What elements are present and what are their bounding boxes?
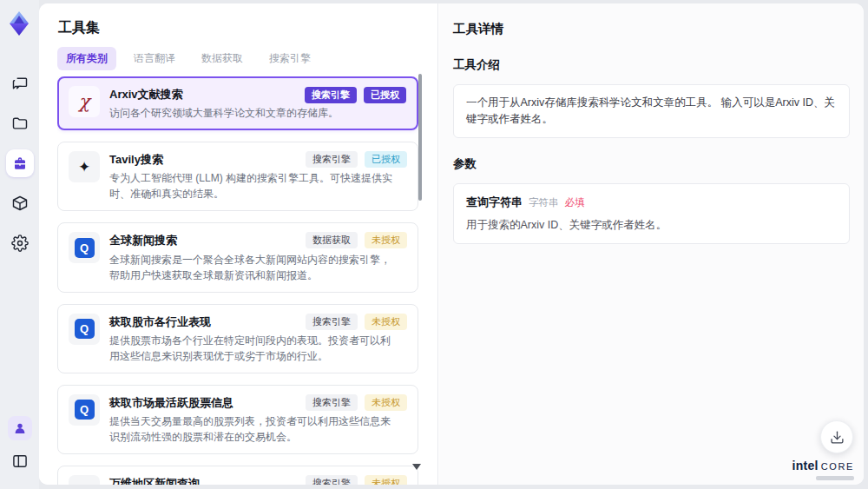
app-window: 工具集 所有类别语言翻译数据获取搜索引擎 χ Arxiv文献搜索 访问各个研究领… xyxy=(0,0,868,489)
page-title: 工具集 xyxy=(58,19,100,37)
news-building-icon xyxy=(69,475,100,485)
param-name: 查询字符串 xyxy=(466,194,523,211)
tool-description: 专为人工智能代理 (LLM) 构建的搜索引擎工具。可快速提供实时、准确和真实的结… xyxy=(109,170,398,202)
auth-status-badge: 已授权 xyxy=(364,87,406,103)
download-icon xyxy=(830,430,845,445)
param-header: 查询字符串 字符串 必填 xyxy=(466,194,837,211)
blue-search-icon: Q xyxy=(69,394,100,426)
intro-heading: 工具介绍 xyxy=(453,57,850,73)
category-badge: 搜索引擎 xyxy=(306,394,358,411)
tool-description: 全球新闻搜索是一个聚合全球各大新闻网站内容的搜索引擎，帮助用户快速获取全球最新资… xyxy=(109,252,398,283)
sidebar xyxy=(0,0,39,489)
tool-card[interactable]: Q 获取股市各行业表现 提供股票市场各个行业在特定时间段内的表现。投资者可以利用… xyxy=(57,304,418,373)
param-required-badge: 必填 xyxy=(565,195,585,210)
category-badge: 搜索引擎 xyxy=(306,151,358,168)
scrollbar-down-arrow-icon[interactable] xyxy=(412,464,421,470)
tool-collection-panel: 工具集 所有类别语言翻译数据获取搜索引擎 χ Arxiv文献搜索 访问各个研究领… xyxy=(39,3,438,485)
category-badge: 搜索引擎 xyxy=(306,475,358,485)
sidebar-item-models[interactable] xyxy=(0,183,39,223)
tool-badges: 搜索引擎 已授权 xyxy=(306,151,407,168)
scrollbar-thumb[interactable] xyxy=(418,74,422,201)
sidebar-item-tools-active[interactable] xyxy=(0,143,39,183)
tool-card[interactable]: Q 全球新闻搜索 全球新闻搜索是一个聚合全球各大新闻网站内容的搜索引擎，帮助用户… xyxy=(57,222,418,292)
tool-list: χ Arxiv文献搜索 访问各个研究领域大量科学论文和文章的存储库。 搜索引擎 … xyxy=(57,76,418,485)
category-tab-2[interactable]: 数据获取 xyxy=(193,47,252,70)
tool-badges: 搜索引擎 未授权 xyxy=(306,475,407,485)
tool-title: 万维地区新闻查询 xyxy=(109,476,339,485)
arxiv-chi-icon: χ xyxy=(69,86,100,117)
tool-description: 访问各个研究领域大量科学论文和文章的存储库。 xyxy=(109,105,339,121)
param-description: 用于搜索的Arxiv ID、关键字或作者姓名。 xyxy=(466,217,837,234)
category-badge: 搜索引擎 xyxy=(306,314,358,330)
tool-badges: 搜索引擎 未授权 xyxy=(306,394,407,411)
auth-status-badge: 已授权 xyxy=(365,151,407,168)
intel-core-logo: intelCORE xyxy=(792,459,854,480)
tool-card[interactable]: Q 获取市场最活跃股票信息 提供当天交易量最高的股票列表，投资者可以利用这些信息… xyxy=(57,385,418,454)
cube-icon xyxy=(11,195,29,212)
detail-title: 工具详情 xyxy=(453,21,850,37)
sparkle-star-icon: ✦ xyxy=(69,151,100,182)
active-item-background xyxy=(6,149,34,177)
tool-card[interactable]: χ Arxiv文献搜索 访问各个研究领域大量科学论文和文章的存储库。 搜索引擎 … xyxy=(57,76,418,130)
sidebar-item-chat[interactable] xyxy=(0,63,39,103)
tool-description: 提供当天交易量最高的股票列表，投资者可以利用这些信息来识别流动性强的股票和潜在的… xyxy=(109,413,398,445)
folder-icon xyxy=(11,115,29,132)
param-box: 查询字符串 字符串 必填 用于搜索的Arxiv ID、关键字或作者姓名。 xyxy=(453,183,850,244)
tool-badges: 搜索引擎 未授权 xyxy=(306,314,407,330)
main-content: 工具集 所有类别语言翻译数据获取搜索引擎 χ Arxiv文献搜索 访问各个研究领… xyxy=(39,3,864,485)
auth-status-badge: 未授权 xyxy=(365,232,407,248)
sidebar-nav xyxy=(0,63,39,263)
sidebar-bottom xyxy=(0,416,39,475)
params-heading: 参数 xyxy=(453,156,850,172)
brand-intel-text: intel xyxy=(792,459,819,472)
tool-description: 提供股票市场各个行业在特定时间段内的表现。投资者可以利用这些信息来识别表现优于或… xyxy=(109,333,398,364)
auth-status-badge: 未授权 xyxy=(365,475,407,485)
sidebar-item-collapse[interactable] xyxy=(0,447,39,475)
category-tab-3[interactable]: 搜索引擎 xyxy=(260,47,319,70)
param-type: 字符串 xyxy=(529,195,559,210)
tool-card[interactable]: 万维地区新闻查询 查询具体行政区划内的新闻，快速了解各地新闻动 搜索引擎 未授权 xyxy=(57,466,418,485)
category-tab-1[interactable]: 语言翻译 xyxy=(125,47,184,70)
blue-search-icon: Q xyxy=(69,232,100,263)
briefcase-icon xyxy=(12,155,28,171)
category-tab-0[interactable]: 所有类别 xyxy=(57,47,116,70)
auth-status-badge: 未授权 xyxy=(365,394,407,411)
tool-badges: 搜索引擎 已授权 xyxy=(305,87,406,103)
brand-core-text: CORE xyxy=(821,461,854,472)
user-icon xyxy=(13,421,27,435)
tool-badges: 数据获取 未授权 xyxy=(306,232,407,248)
brand-subtext-bar xyxy=(816,476,854,480)
tool-detail-panel: 工具详情 工具介绍 一个用于从Arxiv存储库搜索科学论文和文章的工具。 输入可… xyxy=(439,3,864,485)
category-badge: 搜索引擎 xyxy=(305,87,357,103)
gear-icon xyxy=(11,235,29,252)
tool-card[interactable]: ✦ Tavily搜索 专为人工智能代理 (LLM) 构建的搜索引擎工具。可快速提… xyxy=(57,142,418,211)
intro-text-box: 一个用于从Arxiv存储库搜索科学论文和文章的工具。 输入可以是Arxiv ID… xyxy=(453,84,850,138)
download-button[interactable] xyxy=(820,420,853,453)
sidebar-item-settings[interactable] xyxy=(0,223,39,263)
gem-logo-icon xyxy=(4,9,34,38)
panel-toggle-icon xyxy=(11,453,29,470)
sidebar-item-files[interactable] xyxy=(0,103,39,143)
category-badge: 数据获取 xyxy=(306,232,358,248)
auth-status-badge: 未授权 xyxy=(365,314,407,330)
chat-icon xyxy=(11,75,29,92)
blue-search-icon: Q xyxy=(69,314,100,345)
tool-body: 万维地区新闻查询 查询具体行政区划内的新闻，快速了解各地新闻动 xyxy=(109,475,339,485)
category-tabs: 所有类别语言翻译数据获取搜索引擎 xyxy=(57,47,319,70)
sidebar-item-account[interactable] xyxy=(8,416,32,440)
